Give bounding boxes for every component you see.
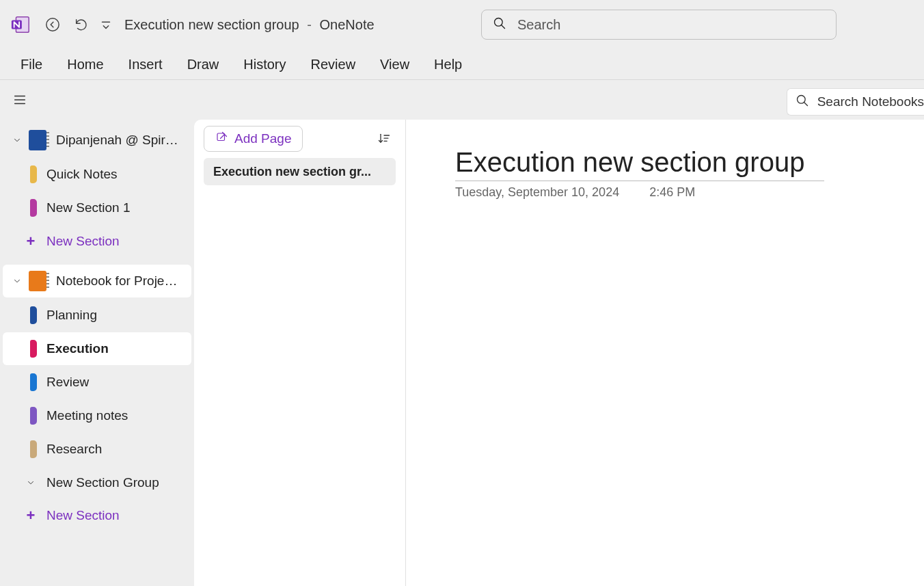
ribbon-tab-draw[interactable]: Draw: [187, 57, 219, 72]
page-meta: Tuesday, September 10, 2024 2:46 PM: [455, 185, 924, 200]
compose-icon: [215, 131, 228, 147]
section-color-tab: [30, 199, 37, 217]
notebook-label: Notebook for Project A: [56, 274, 179, 289]
notebook-item-project-a[interactable]: Notebook for Project A: [3, 265, 191, 297]
ribbon-tab-help[interactable]: Help: [434, 57, 462, 72]
ribbon-tab-home[interactable]: Home: [67, 57, 103, 72]
search-icon: [493, 16, 506, 33]
onenote-app-icon: [10, 14, 31, 36]
section-label: New Section 1: [46, 200, 131, 215]
plus-icon: +: [23, 234, 38, 249]
plus-icon: +: [23, 508, 38, 523]
section-color-tab: [30, 340, 37, 358]
section-label: Quick Notes: [46, 167, 117, 182]
title-document: Execution new section group: [124, 17, 299, 32]
ribbon-tabs: File Home Insert Draw History Review Vie…: [0, 49, 924, 80]
search-input[interactable]: [516, 16, 825, 34]
add-page-label: Add Page: [234, 131, 291, 146]
pages-toolbar: Add Page: [194, 120, 405, 158]
section-item-quick-notes[interactable]: Quick Notes: [3, 158, 191, 191]
sub-toolbar: Search Notebooks: [0, 80, 924, 120]
new-section-button[interactable]: + New Section: [0, 225, 194, 258]
section-color-tab: [30, 440, 37, 458]
undo-button[interactable]: [67, 10, 96, 39]
section-label: Review: [46, 375, 89, 390]
page-item[interactable]: Execution new section gr...: [204, 158, 396, 185]
section-color-tab: [30, 373, 37, 391]
notebook-label: Dipanjenah @ Spiral...: [56, 133, 179, 148]
section-label: Meeting notes: [46, 408, 128, 423]
qat-customize-dropdown[interactable]: [96, 10, 116, 39]
ribbon-tab-insert[interactable]: Insert: [128, 57, 163, 72]
section-group-label: New Section Group: [46, 475, 159, 490]
section-label: Research: [46, 442, 102, 457]
page-canvas[interactable]: Execution new section group Tuesday, Sep…: [406, 120, 924, 586]
chevron-down-icon[interactable]: [10, 135, 25, 145]
ribbon-tab-view[interactable]: View: [380, 57, 409, 72]
ribbon-tab-review[interactable]: Review: [311, 57, 356, 72]
new-section-label: New Section: [46, 234, 120, 249]
section-label: Planning: [46, 308, 97, 323]
title-separator: -: [307, 17, 312, 32]
notebook-icon: [29, 271, 46, 291]
add-page-button[interactable]: Add Page: [204, 126, 303, 152]
section-label: Execution: [46, 341, 109, 356]
section-item-research[interactable]: Research: [3, 433, 191, 466]
section-color-tab: [30, 165, 37, 183]
title-bar: Execution new section group - OneNote: [0, 0, 924, 49]
section-color-tab: [30, 407, 37, 425]
page-date: Tuesday, September 10, 2024: [455, 185, 619, 200]
section-item-execution[interactable]: Execution: [3, 332, 191, 365]
sort-pages-button[interactable]: [372, 127, 396, 150]
ribbon-tab-history[interactable]: History: [243, 57, 286, 72]
notebook-icon: [29, 130, 46, 150]
notebook-sidebar: Dipanjenah @ Spiral... Quick Notes New S…: [0, 120, 194, 586]
ribbon-tab-file[interactable]: File: [21, 57, 42, 72]
search-icon: [796, 94, 809, 111]
page-item-label: Execution new section gr...: [213, 165, 371, 179]
section-item-review[interactable]: Review: [3, 366, 191, 399]
window-title: Execution new section group - OneNote: [124, 17, 375, 33]
section-color-tab: [30, 306, 37, 324]
search-box[interactable]: [481, 10, 837, 40]
notebook-item-dipanjenah[interactable]: Dipanjenah @ Spiral...: [3, 124, 191, 157]
new-section-label: New Section: [46, 508, 120, 523]
new-section-button[interactable]: + New Section: [0, 499, 194, 532]
section-group-item[interactable]: New Section Group: [0, 466, 194, 499]
pages-panel: Add Page Execution new section gr...: [194, 120, 406, 586]
section-item-planning[interactable]: Planning: [3, 299, 191, 332]
main-area: Dipanjenah @ Spiral... Quick Notes New S…: [0, 120, 924, 586]
section-item-meeting-notes[interactable]: Meeting notes: [3, 399, 191, 432]
page-time: 2:46 PM: [649, 185, 695, 200]
search-notebooks-button[interactable]: Search Notebooks: [787, 88, 924, 116]
back-button[interactable]: [38, 10, 67, 39]
chevron-down-icon[interactable]: [10, 276, 25, 286]
page-title[interactable]: Execution new section group: [455, 147, 824, 181]
search-notebooks-label: Search Notebooks: [817, 94, 924, 109]
svg-point-2: [46, 18, 59, 31]
navigation-toggle-button[interactable]: [5, 85, 34, 114]
chevron-down-icon[interactable]: [23, 478, 38, 488]
svg-rect-5: [217, 133, 225, 141]
section-item-new-section-1[interactable]: New Section 1: [3, 191, 191, 224]
title-app: OneNote: [320, 17, 375, 32]
